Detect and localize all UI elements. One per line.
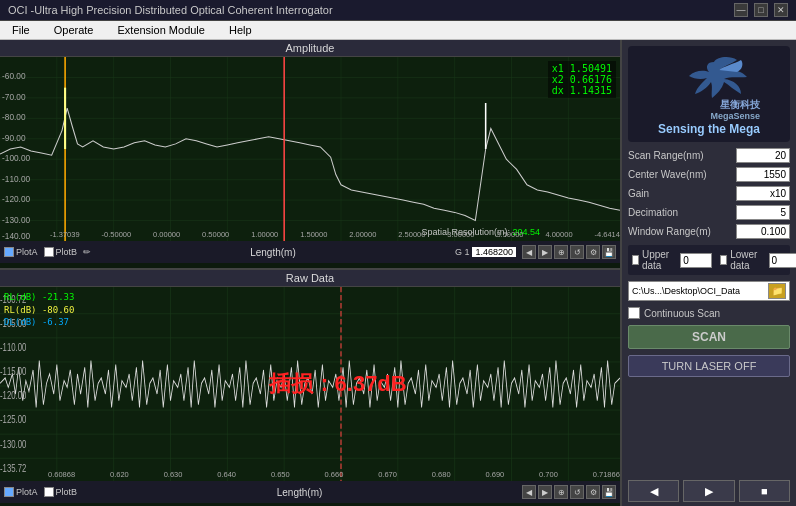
minimize-button[interactable]: — (734, 3, 748, 17)
svg-rect-0 (0, 57, 620, 241)
svg-text:-130.00: -130.00 (0, 439, 26, 450)
plotb-check-bottom[interactable]: PlotB (44, 487, 78, 497)
plota-checkbox-bottom[interactable] (4, 487, 14, 497)
settings-section: Scan Range(nm) Center Wave(nm) Gain Deci… (628, 148, 790, 239)
svg-text:-60.00: -60.00 (2, 73, 26, 82)
brand-slogan: Sensing the Mega (658, 122, 760, 136)
continuous-scan-row: Continuous Scan (628, 307, 790, 319)
svg-text:-120.00: -120.00 (2, 195, 30, 204)
legend-rl1: RL(dB) -21.33 (4, 291, 74, 304)
menu-bar: File Operate Extension Module Help (0, 21, 796, 40)
tagline: MegaSense (658, 111, 760, 122)
upper-data-label: Upper data (642, 249, 672, 271)
cursor-dx: dx 1.14315 (552, 85, 612, 96)
close-button[interactable]: ✕ (774, 3, 788, 17)
logo-icon (679, 52, 739, 97)
file-browse-button[interactable]: 📁 (768, 283, 786, 299)
svg-text:-135.72: -135.72 (0, 463, 26, 474)
lower-data-checkbox[interactable] (720, 255, 727, 265)
length-label-bottom: Length(m) (83, 487, 516, 498)
decimation-input[interactable] (736, 205, 790, 220)
data-section: Upper data Lower data 💾 (628, 245, 790, 275)
cursor-x2: x2 0.66176 (552, 74, 612, 85)
nav-prev[interactable]: ◀ (522, 245, 536, 259)
bottom-chart-legend: RL(dB) -21.33 RL(dB) -80.60 DL(dB) -6.37 (4, 291, 74, 329)
nav-settings-bottom[interactable]: ⚙ (586, 485, 600, 499)
menu-extension[interactable]: Extension Module (113, 23, 208, 37)
top-chart: Amplitude (0, 40, 620, 270)
svg-text:-80.00: -80.00 (2, 113, 26, 122)
nav-zoom[interactable]: ⊕ (554, 245, 568, 259)
bottom-chart-inner[interactable]: -100.72 -105.00 -110.00 -115.00 -120.00 … (0, 287, 620, 481)
bottom-btn-next[interactable]: ▶ (683, 480, 734, 502)
lower-data-check[interactable]: Lower data (720, 249, 760, 271)
menu-operate[interactable]: Operate (50, 23, 98, 37)
svg-text:-110.00: -110.00 (0, 342, 26, 353)
continuous-scan-checkbox[interactable] (628, 307, 640, 319)
title-bar: OCI -Ultra High Precision Distributed Op… (0, 0, 796, 21)
nav-save[interactable]: 💾 (602, 245, 616, 259)
gain-label: Gain (628, 188, 649, 199)
plotb-checkbox-bottom[interactable] (44, 487, 54, 497)
nav-prev-bottom[interactable]: ◀ (522, 485, 536, 499)
scan-range-input[interactable] (736, 148, 790, 163)
insertion-loss-text: 插损：6.37dB (269, 369, 407, 399)
nav-save-bottom[interactable]: 💾 (602, 485, 616, 499)
gain-row: Gain (628, 186, 790, 201)
nav-settings[interactable]: ⚙ (586, 245, 600, 259)
plota-checkbox-top[interactable] (4, 247, 14, 257)
length-value[interactable]: 1.468200 (472, 247, 516, 257)
main-layout: Amplitude (0, 40, 796, 506)
center-wave-input[interactable] (736, 167, 790, 182)
menu-file[interactable]: File (8, 23, 34, 37)
charts-area: Amplitude (0, 40, 620, 506)
bottom-chart-xaxis: 0.60868 0.620 0.630 0.640 0.650 0.660 0.… (48, 470, 620, 479)
nav-controls-bottom: ◀ ▶ ⊕ ↺ ⚙ 💾 (522, 485, 616, 499)
scan-button[interactable]: SCAN (628, 325, 790, 349)
maximize-button[interactable]: □ (754, 3, 768, 17)
scan-range-row: Scan Range(nm) (628, 148, 790, 163)
nav-next-bottom[interactable]: ▶ (538, 485, 552, 499)
title-bar-controls: — □ ✕ (734, 3, 788, 17)
window-range-label: Window Range(m) (628, 226, 711, 237)
decimation-label: Decimation (628, 207, 678, 218)
menu-help[interactable]: Help (225, 23, 256, 37)
logo-area: 星衡科技 MegaSense Sensing the Mega (628, 46, 790, 142)
upper-data-checkbox[interactable] (632, 255, 639, 265)
gain-input[interactable] (736, 186, 790, 201)
top-chart-title: Amplitude (0, 40, 620, 57)
bottom-chart-toolbar: PlotA PlotB Length(m) ◀ ▶ ⊕ ↺ ⚙ 💾 (0, 481, 620, 503)
lower-data-input[interactable] (769, 253, 797, 268)
pencil-icon[interactable]: ✏ (83, 247, 91, 257)
svg-text:-140.00: -140.00 (2, 232, 30, 241)
top-chart-inner[interactable]: -60.00 -70.00 -80.00 -90.00 -100.00 -110… (0, 57, 620, 241)
plota-check-bottom[interactable]: PlotA (4, 487, 38, 497)
svg-text:-90.00: -90.00 (2, 134, 26, 143)
bottom-btn-stop[interactable]: ■ (739, 480, 790, 502)
bottom-btn-prev[interactable]: ◀ (628, 480, 679, 502)
bottom-chart-title: Raw Data (0, 270, 620, 287)
nav-reset[interactable]: ↺ (570, 245, 584, 259)
top-chart-xaxis: -1.37039 -0.50000 0.00000 0.50000 1.0000… (50, 230, 620, 239)
decimation-row: Decimation (628, 205, 790, 220)
top-chart-toolbar: PlotA PlotB ✏ Length(m) G 1 1.468200 ◀ ▶ (0, 241, 620, 263)
nav-reset-bottom[interactable]: ↺ (570, 485, 584, 499)
continuous-scan-label: Continuous Scan (644, 308, 720, 319)
center-wave-label: Center Wave(nm) (628, 169, 707, 180)
window-range-input[interactable] (736, 224, 790, 239)
upper-data-input[interactable] (680, 253, 712, 268)
plota-check-top[interactable]: PlotA (4, 247, 38, 257)
svg-text:-120.00: -120.00 (0, 390, 26, 401)
file-path-row: C:\Us...\Desktop\OCI_Data 📁 (628, 281, 790, 301)
plotb-check-top[interactable]: PlotB (44, 247, 78, 257)
bottom-chart: Raw Data (0, 270, 620, 506)
nav-zoom-bottom[interactable]: ⊕ (554, 485, 568, 499)
laser-button[interactable]: TURN LASER OFF (628, 355, 790, 377)
nav-next[interactable]: ▶ (538, 245, 552, 259)
file-path-text: C:\Us...\Desktop\OCI_Data (632, 286, 764, 296)
plotb-checkbox-top[interactable] (44, 247, 54, 257)
svg-text:-100.00: -100.00 (2, 154, 30, 163)
brand-bird-icon (679, 52, 749, 107)
cursor-x1: x1 1.50491 (552, 63, 612, 74)
upper-data-check[interactable]: Upper data (632, 249, 672, 271)
